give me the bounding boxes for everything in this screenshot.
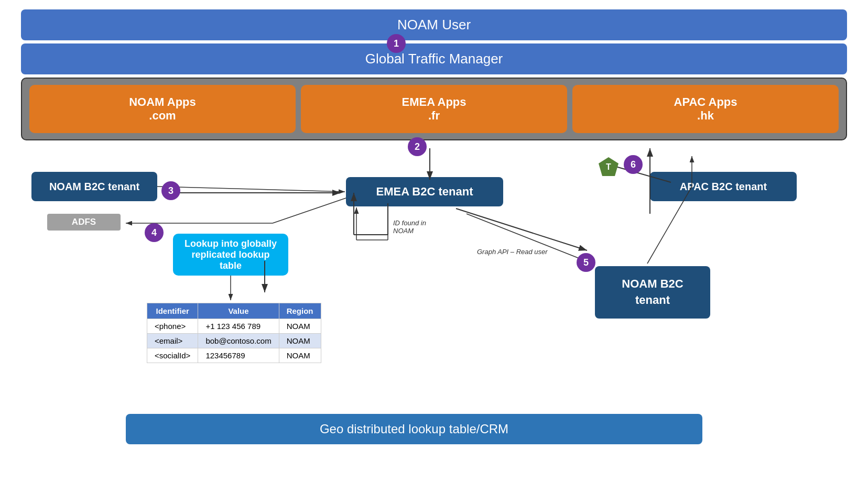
badge-4: 4	[145, 223, 164, 242]
badge-2: 2	[408, 137, 427, 156]
apac-b2c-tenant-box: APAC B2C tenant	[650, 172, 797, 201]
badge-5: 5	[577, 253, 595, 272]
table-row: <socialId> 123456789 NOAM	[147, 348, 321, 363]
noam-b2c-tenant-2-box: NOAM B2C tenant	[595, 266, 710, 319]
svg-text:T: T	[606, 162, 611, 171]
table-row: <phone> +1 123 456 789 NOAM	[147, 319, 321, 334]
lookup-data-table: Identifier Value Region <phone> +1 123 4…	[147, 303, 321, 363]
id-found-label: ID found in NOAM	[393, 219, 426, 235]
svg-line-22	[466, 214, 592, 264]
lower-section: 2 NOAM B2C tenant ADFS 3 4 Lookup into g…	[21, 146, 847, 450]
col-region: Region	[279, 303, 321, 319]
emea-apps-box: EMEA Apps .fr	[301, 85, 567, 133]
geo-bar: Geo distributed lookup table/CRM	[126, 414, 702, 444]
col-value: Value	[198, 303, 279, 319]
pentagon-t-icon: T	[598, 156, 620, 178]
apac-apps-box: APAC Apps .hk	[572, 85, 839, 133]
gtm-label: Global Traffic Manager	[365, 51, 503, 67]
noam-apps-box: NOAM Apps .com	[29, 85, 296, 133]
noam-user-bar: NOAM User	[21, 9, 847, 40]
table-row: <email> bob@contoso.com NOAM	[147, 334, 321, 348]
diagram: NOAM User Global Traffic Manager 1 NOAM …	[0, 0, 868, 482]
lookup-box: Lookup into globally replicated lookup t…	[173, 234, 288, 276]
noam-b2c-tenant-box: NOAM B2C tenant	[31, 172, 157, 201]
badge-1: 1	[387, 34, 406, 53]
badge-3: 3	[161, 181, 180, 200]
graph-api-label: Graph API – Read user	[477, 248, 548, 256]
col-identifier: Identifier	[147, 303, 198, 319]
svg-line-15	[157, 187, 345, 192]
badge-6: 6	[624, 155, 643, 174]
svg-line-8	[456, 209, 587, 250]
apps-row: NOAM Apps .com EMEA Apps .fr APAC Apps .…	[21, 78, 847, 140]
noam-user-label: NOAM User	[397, 17, 471, 32]
svg-line-16	[273, 198, 346, 223]
gtm-bar: Global Traffic Manager	[21, 43, 847, 74]
adfs-box: ADFS	[47, 214, 121, 231]
emea-b2c-tenant-box: EMEA B2C tenant	[346, 177, 503, 206]
